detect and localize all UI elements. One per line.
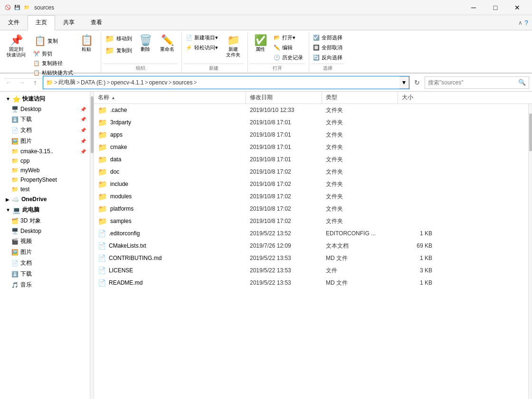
path-opencv[interactable]: opencv-4.1.1 [111,79,143,86]
col-name-header[interactable]: 名称 ▲ [94,92,246,103]
sidebar-item-pictures2[interactable]: 🖼️ 图片 [0,247,90,258]
path-opencv2[interactable]: opencv [149,79,168,86]
sidebar-item-myweb[interactable]: 📁 myWeb [0,166,90,175]
file-date-cell: 2019/10/8 17:02 [246,203,322,214]
select-all-button[interactable]: ☑️ 全部选择 [311,33,344,42]
new-folder-button[interactable]: 📁 新建文件夹 [223,33,244,60]
table-row[interactable]: 📁 3rdparty 2019/10/8 17:01 文件夹 [94,116,528,129]
sidebar-section-quickaccess[interactable]: ▼ ⭐ 快速访问 [0,93,90,104]
sidebar-item-desktop[interactable]: 🖥️ Desktop 📌 [0,104,90,114]
tab-view[interactable]: 查看 [83,15,110,30]
table-row[interactable]: 📁 modules 2019/10/8 17:02 文件夹 [94,190,528,203]
sidebar-item-docs2[interactable]: 📄 文档 [0,258,90,269]
table-row[interactable]: 📁 doc 2019/10/8 17:02 文件夹 [94,166,528,178]
move-to-button[interactable]: 📁 移动到 [103,33,134,44]
videos-label: 视频 [20,237,86,245]
sidebar-item-pictures[interactable]: 🖼️ 图片 📌 [0,136,90,147]
pin-to-quickaccess-button[interactable]: 📌 固定到快速访问 [4,33,28,60]
sidebar-scrollbar[interactable] [90,92,94,399]
table-row[interactable]: 📄 .editorconfig 2019/5/22 13:52 EDITORCO… [94,227,528,240]
tab-home[interactable]: 主页 [28,15,55,30]
path-sources[interactable]: sources [172,79,192,86]
sidebar-section-onedrive[interactable]: ▶ ☁️ OneDrive [0,194,90,204]
invert-select-button[interactable]: 🔄 反向选择 [311,53,344,62]
file-scrollbar[interactable] [528,104,532,399]
back-button[interactable]: ← [3,77,14,88]
sidebar-item-videos[interactable]: 🎬 视频 [0,236,90,247]
table-row[interactable]: 📁 platforms 2019/10/8 17:02 文件夹 [94,203,528,215]
col-size-header[interactable]: 大小 [398,92,436,103]
file-type: 文件夹 [326,193,343,201]
sidebar-item-test[interactable]: 📁 test [0,185,90,194]
deselect-all-button[interactable]: 🔲 全部取消 [311,43,344,52]
sidebar-item-cpp[interactable]: 📁 cpp [0,156,90,166]
sidebar-item-docs[interactable]: 📄 文档 📌 [0,125,90,136]
col-date-header[interactable]: 修改日期 [246,92,322,103]
delete-button[interactable]: 🗑️ 删除 [135,33,156,54]
refresh-button[interactable]: ↻ [411,77,423,88]
file-size-cell: 1 KB [398,228,436,239]
address-dropdown-button[interactable]: ▼ [399,76,409,89]
open-label: 打开▾ [282,34,295,41]
sidebar-item-3dobjects[interactable]: 🗂️ 3D 对象 [0,215,90,226]
table-row[interactable]: 📄 README.md 2019/5/22 13:53 MD 文件 1 KB [94,277,528,289]
paste-button[interactable]: 📋 粘贴 [76,33,97,54]
sidebar-scroll-thumb[interactable] [91,96,94,153]
path-drive[interactable]: DATA (E:) [81,79,105,86]
col-type-header[interactable]: 类型 [322,92,398,103]
tab-file[interactable]: 文件 [0,15,28,30]
open-icon: 📂 [274,35,280,41]
sidebar-item-cmake[interactable]: 📁 cmake-3.15.. 📌 [0,147,90,156]
search-input[interactable] [428,79,518,86]
quickaccess-star-icon: ⭐ [12,95,20,103]
table-row[interactable]: 📁 samples 2019/10/8 17:02 文件夹 [94,215,528,227]
file-name: modules [110,193,132,200]
sidebar-item-downloads2[interactable]: ⬇️ 下载 [0,269,90,279]
path-computer[interactable]: 此电脑 [58,78,76,86]
sidebar-item-downloads[interactable]: ⬇️ 下载 📌 [0,114,90,125]
open-button[interactable]: 📂 打开▾ [272,33,305,42]
tab-share[interactable]: 共享 [55,15,83,30]
new-item-button[interactable]: 📄 新建项目▾ [184,33,220,42]
ribbon-group-open: ✅ 属性 📂 打开▾ ✏️ 编辑 🕐 历史记录 [248,32,309,73]
rename-button[interactable]: ✏️ 重命名 [157,33,178,54]
minimize-button[interactable]: ─ [463,0,484,15]
up-button[interactable]: ↑ [29,77,41,88]
file-icon: 📄 [98,279,106,287]
close-button[interactable]: ✕ [506,0,528,15]
file-scroll-thumb[interactable] [529,113,532,151]
sidebar-item-music[interactable]: 🎵 音乐 [0,279,90,290]
table-row[interactable]: 📁 data 2019/10/8 17:01 文件夹 [94,153,528,166]
pictures-icon: 🖼️ [11,138,19,145]
address-path[interactable]: 📁 > 此电脑 > DATA (E:) > opencv-4.1.1 > ope… [43,76,399,89]
table-row[interactable]: 📄 CMakeLists.txt 2019/7/26 12:09 文本文档 69… [94,240,528,252]
cpp-label: cpp [20,158,86,164]
properties-button[interactable]: ✅ 属性 [250,33,271,54]
file-type-cell: 文件夹 [322,178,398,190]
search-box[interactable]: 🔍 [425,76,529,89]
file-date-cell: 2019/7/26 12:09 [246,240,322,251]
table-row[interactable]: 📁 include 2019/10/8 17:02 文件夹 [94,178,528,190]
search-icon[interactable]: 🔍 [518,79,526,86]
file-size: 69 KB [417,242,432,249]
sidebar-section-thispc[interactable]: ▼ 💻 此电脑 [0,204,90,215]
history-button[interactable]: 🕐 历史记录 [272,53,305,62]
copy-path-button[interactable]: 📋 复制路径 [31,59,75,68]
table-row[interactable]: 📁 cmake 2019/10/8 17:01 文件夹 [94,141,528,153]
forward-button[interactable]: → [16,77,28,88]
table-row[interactable]: 📁 apps 2019/10/8 17:01 文件夹 [94,129,528,141]
cut-button[interactable]: ✂️ 剪切 [31,49,75,58]
table-row[interactable]: 📄 LICENSE 2019/5/22 13:53 文件 3 KB [94,264,528,277]
copy-to-button[interactable]: 📁 复制到 [103,45,134,56]
table-row[interactable]: 📁 .cache 2019/10/10 12:33 文件夹 [94,104,528,116]
sidebar-item-desktop2[interactable]: 🖥️ Desktop [0,226,90,236]
table-row[interactable]: 📄 CONTRIBUTING.md 2019/5/22 13:53 MD 文件 … [94,252,528,264]
edit-button[interactable]: ✏️ 编辑 [272,43,305,52]
easy-access-button[interactable]: ⚡ 轻松访问▾ [184,43,220,52]
address-path-container[interactable]: 📁 > 此电脑 > DATA (E:) > opencv-4.1.1 > ope… [43,76,409,89]
help-icon[interactable]: ? [524,19,528,27]
ribbon-collapse-icon[interactable]: ∧ [518,19,522,26]
copy-button[interactable]: 📋 复制 [31,33,75,48]
sidebar-item-propertysheet[interactable]: 📁 PropertySheet [0,175,90,185]
maximize-button[interactable]: □ [484,0,506,15]
